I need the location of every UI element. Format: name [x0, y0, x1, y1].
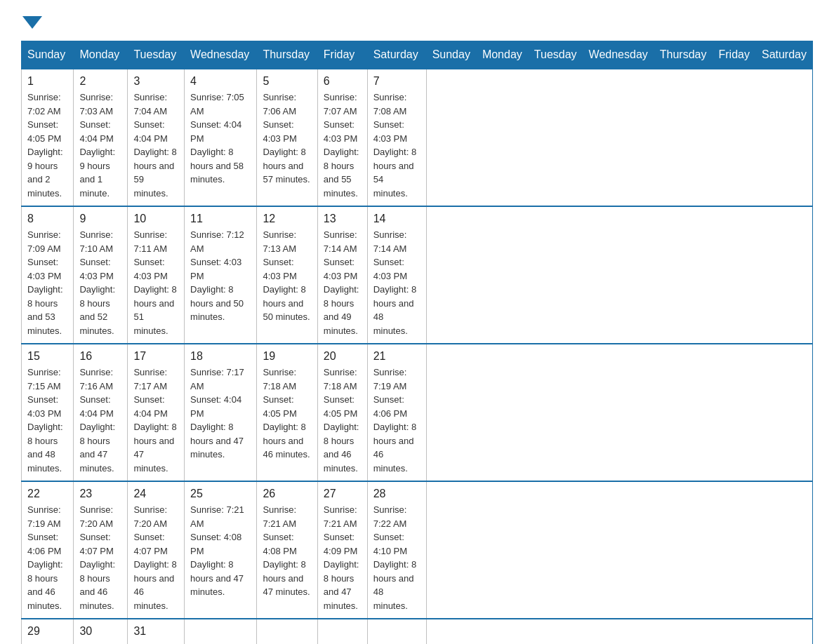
- calendar-cell: 23 Sunrise: 7:20 AMSunset: 4:07 PMDaylig…: [74, 481, 128, 619]
- day-info: Sunrise: 7:21 AMSunset: 4:08 PMDaylight:…: [190, 504, 244, 597]
- day-number: 21: [373, 350, 421, 363]
- day-number: 13: [324, 213, 362, 225]
- day-info: Sunrise: 7:08 AMSunset: 4:03 PMDaylight:…: [373, 92, 416, 199]
- calendar-week-5: 29 Sunrise: 7:22 AMSunset: 4:11 PMDaylig…: [22, 619, 813, 644]
- day-info: Sunrise: 7:13 AMSunset: 4:03 PMDaylight:…: [263, 229, 310, 322]
- weekday-header-row: SundayMondayTuesdayWednesdayThursdayFrid…: [22, 41, 813, 69]
- day-info: Sunrise: 7:16 AMSunset: 4:04 PMDaylight:…: [79, 367, 115, 474]
- day-number: 5: [263, 75, 311, 88]
- calendar-cell: 6 Sunrise: 7:07 AMSunset: 4:03 PMDayligh…: [317, 69, 367, 206]
- calendar-cell: 25 Sunrise: 7:21 AMSunset: 4:08 PMDaylig…: [185, 481, 257, 619]
- day-number: 6: [324, 75, 362, 88]
- calendar-cell: 18 Sunrise: 7:17 AMSunset: 4:04 PMDaylig…: [185, 344, 257, 481]
- weekday-header-saturday: Saturday: [755, 41, 812, 69]
- calendar-cell: 7 Sunrise: 7:08 AMSunset: 4:03 PMDayligh…: [367, 69, 426, 206]
- day-info: Sunrise: 7:19 AMSunset: 4:06 PMDaylight:…: [373, 367, 416, 474]
- day-info: Sunrise: 7:14 AMSunset: 4:03 PMDaylight:…: [324, 229, 359, 336]
- day-info: Sunrise: 7:15 AMSunset: 4:03 PMDaylight:…: [27, 367, 63, 474]
- day-number: 25: [190, 488, 251, 500]
- day-number: 28: [373, 488, 421, 500]
- calendar-week-1: 1 Sunrise: 7:02 AMSunset: 4:05 PMDayligh…: [22, 69, 813, 206]
- calendar-cell: 22 Sunrise: 7:19 AMSunset: 4:06 PMDaylig…: [22, 481, 74, 619]
- weekday-header-tuesday: Tuesday: [528, 41, 583, 69]
- calendar-cell: 28 Sunrise: 7:22 AMSunset: 4:10 PMDaylig…: [367, 481, 426, 619]
- calendar-week-4: 22 Sunrise: 7:19 AMSunset: 4:06 PMDaylig…: [22, 481, 813, 619]
- day-info: Sunrise: 7:03 AMSunset: 4:04 PMDaylight:…: [79, 92, 115, 199]
- day-number: 31: [133, 625, 178, 638]
- calendar-cell: [367, 619, 426, 644]
- calendar-cell: [317, 619, 367, 644]
- weekday-header-sunday: Sunday: [22, 41, 74, 69]
- calendar-cell: 9 Sunrise: 7:10 AMSunset: 4:03 PMDayligh…: [74, 206, 128, 344]
- day-number: 17: [133, 350, 178, 363]
- calendar-cell: [257, 619, 317, 644]
- calendar-cell: 24 Sunrise: 7:20 AMSunset: 4:07 PMDaylig…: [128, 481, 185, 619]
- calendar-cell: 2 Sunrise: 7:03 AMSunset: 4:04 PMDayligh…: [74, 69, 128, 206]
- calendar-cell: 1 Sunrise: 7:02 AMSunset: 4:05 PMDayligh…: [22, 69, 74, 206]
- day-info: Sunrise: 7:06 AMSunset: 4:03 PMDaylight:…: [263, 92, 310, 185]
- calendar-cell: 11 Sunrise: 7:12 AMSunset: 4:03 PMDaylig…: [185, 206, 257, 344]
- calendar-cell: 27 Sunrise: 7:21 AMSunset: 4:09 PMDaylig…: [317, 481, 367, 619]
- weekday-header-sunday: Sunday: [426, 41, 476, 69]
- logo: [21, 14, 44, 27]
- calendar-cell: 16 Sunrise: 7:16 AMSunset: 4:04 PMDaylig…: [74, 344, 128, 481]
- day-info: Sunrise: 7:19 AMSunset: 4:06 PMDaylight:…: [27, 504, 63, 611]
- day-number: 23: [79, 488, 121, 500]
- weekday-header-monday: Monday: [476, 41, 528, 69]
- day-number: 9: [79, 213, 121, 225]
- day-number: 19: [263, 350, 311, 363]
- day-number: 30: [79, 625, 121, 638]
- day-info: Sunrise: 7:10 AMSunset: 4:03 PMDaylight:…: [79, 229, 115, 336]
- weekday-header-friday: Friday: [317, 41, 367, 69]
- day-number: 1: [27, 75, 67, 88]
- calendar-cell: 29 Sunrise: 7:22 AMSunset: 4:11 PMDaylig…: [22, 619, 74, 644]
- calendar-cell: 12 Sunrise: 7:13 AMSunset: 4:03 PMDaylig…: [257, 206, 317, 344]
- weekday-header-tuesday: Tuesday: [128, 41, 185, 69]
- weekday-header-wednesday: Wednesday: [185, 41, 257, 69]
- day-info: Sunrise: 7:17 AMSunset: 4:04 PMDaylight:…: [190, 367, 244, 459]
- day-number: 2: [79, 75, 121, 88]
- weekday-header-thursday: Thursday: [654, 41, 713, 69]
- calendar-cell: 31 Sunrise: 7:22 AMSunset: 4:12 PMDaylig…: [128, 619, 185, 644]
- day-number: 7: [373, 75, 421, 88]
- calendar-table: SundayMondayTuesdayWednesdayThursdayFrid…: [21, 41, 813, 644]
- calendar-cell: 30 Sunrise: 7:22 AMSunset: 4:11 PMDaylig…: [74, 619, 128, 644]
- calendar-cell: 5 Sunrise: 7:06 AMSunset: 4:03 PMDayligh…: [257, 69, 317, 206]
- calendar-cell: 15 Sunrise: 7:15 AMSunset: 4:03 PMDaylig…: [22, 344, 74, 481]
- day-number: 16: [79, 350, 121, 363]
- day-number: 18: [190, 350, 251, 363]
- day-number: 12: [263, 213, 311, 225]
- day-number: 15: [27, 350, 67, 363]
- day-info: Sunrise: 7:22 AMSunset: 4:10 PMDaylight:…: [373, 504, 416, 611]
- day-info: Sunrise: 7:02 AMSunset: 4:05 PMDaylight:…: [27, 92, 63, 199]
- weekday-header-monday: Monday: [74, 41, 128, 69]
- day-info: Sunrise: 7:20 AMSunset: 4:07 PMDaylight:…: [79, 504, 115, 611]
- day-info: Sunrise: 7:18 AMSunset: 4:05 PMDaylight:…: [263, 367, 310, 459]
- day-number: 29: [27, 625, 67, 638]
- calendar-cell: [185, 619, 257, 644]
- day-number: 10: [133, 213, 178, 225]
- calendar-week-3: 15 Sunrise: 7:15 AMSunset: 4:03 PMDaylig…: [22, 344, 813, 481]
- day-number: 8: [27, 213, 67, 225]
- calendar-cell: 8 Sunrise: 7:09 AMSunset: 4:03 PMDayligh…: [22, 206, 74, 344]
- day-info: Sunrise: 7:11 AMSunset: 4:03 PMDaylight:…: [133, 229, 176, 336]
- day-number: 3: [133, 75, 178, 88]
- day-info: Sunrise: 7:21 AMSunset: 4:09 PMDaylight:…: [324, 504, 359, 611]
- day-info: Sunrise: 7:09 AMSunset: 4:03 PMDaylight:…: [27, 229, 63, 336]
- weekday-header-thursday: Thursday: [257, 41, 317, 69]
- page-header: [21, 14, 813, 27]
- calendar-cell: 4 Sunrise: 7:05 AMSunset: 4:04 PMDayligh…: [185, 69, 257, 206]
- day-info: Sunrise: 7:12 AMSunset: 4:03 PMDaylight:…: [190, 229, 244, 322]
- calendar-cell: 20 Sunrise: 7:18 AMSunset: 4:05 PMDaylig…: [317, 344, 367, 481]
- day-number: 27: [324, 488, 362, 500]
- calendar-cell: 19 Sunrise: 7:18 AMSunset: 4:05 PMDaylig…: [257, 344, 317, 481]
- calendar-cell: 14 Sunrise: 7:14 AMSunset: 4:03 PMDaylig…: [367, 206, 426, 344]
- calendar-cell: 10 Sunrise: 7:11 AMSunset: 4:03 PMDaylig…: [128, 206, 185, 344]
- day-number: 11: [190, 213, 251, 225]
- day-info: Sunrise: 7:14 AMSunset: 4:03 PMDaylight:…: [373, 229, 416, 336]
- weekday-header-saturday: Saturday: [367, 41, 426, 69]
- calendar-cell: 3 Sunrise: 7:04 AMSunset: 4:04 PMDayligh…: [128, 69, 185, 206]
- day-info: Sunrise: 7:05 AMSunset: 4:04 PMDaylight:…: [190, 92, 244, 185]
- calendar-cell: 26 Sunrise: 7:21 AMSunset: 4:08 PMDaylig…: [257, 481, 317, 619]
- day-info: Sunrise: 7:20 AMSunset: 4:07 PMDaylight:…: [133, 504, 176, 611]
